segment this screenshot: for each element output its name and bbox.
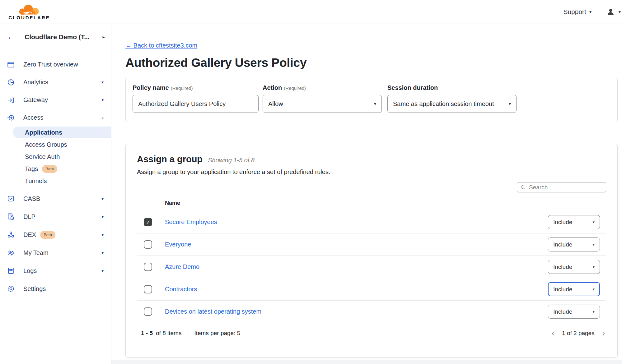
support-label: Support (563, 8, 586, 16)
sidebar-nav-lower: CASB▾DLP▾DEXBeta▾My Team▾Logs▾Settings (0, 190, 111, 298)
sidebar-nav-top: Zero Trust overviewAnalytics▾Gateway▾Acc… (0, 50, 111, 127)
sidebar-item-gateway[interactable]: Gateway▾ (0, 91, 111, 109)
row-checkbox[interactable] (144, 240, 152, 249)
user-icon (606, 8, 615, 16)
page-bottom-strip (111, 360, 622, 364)
cloudflare-logo[interactable]: CLOUDFLARE (5, 3, 53, 20)
sidebar-item-service-auth[interactable]: Service Auth (0, 151, 111, 163)
logs-icon (7, 267, 15, 275)
chevron-down-icon: ▾ (101, 214, 104, 219)
row-checkbox[interactable] (144, 218, 152, 226)
sidebar-item-casb[interactable]: CASB▾ (0, 190, 111, 208)
assign-group-subtitle: Assign a group to your application to en… (137, 168, 606, 176)
my-team-icon (7, 249, 15, 257)
page-title: Authorized Gallery Users Policy (125, 56, 622, 70)
table-row: ContractorsInclude▾ (137, 278, 606, 301)
table-pagination: 1 - 5 of 8 items Items per page: 5 ‹ 1 o… (137, 323, 606, 343)
chevron-down-icon: ▾ (101, 269, 104, 273)
include-select[interactable]: Include▾ (548, 215, 600, 229)
chevron-down-icon: ▾ (592, 265, 595, 269)
chevron-down-icon: ▾ (592, 309, 595, 314)
policy-name-input[interactable] (133, 95, 259, 113)
session-duration-label: Session duration (387, 84, 517, 91)
row-checkbox[interactable] (144, 307, 152, 316)
account-switcher[interactable]: ← Cloudflare Demo (T... ▸ (0, 24, 111, 50)
chevron-down-icon: ▾ (592, 242, 595, 247)
policy-name-label: Policy name(Required) (133, 84, 259, 91)
row-checkbox[interactable] (144, 263, 152, 271)
group-name-link[interactable]: Devices on latest operating system (165, 308, 548, 315)
chevron-down-icon: ▾ (101, 98, 104, 102)
sidebar-item-dlp[interactable]: DLP▾ (0, 208, 111, 226)
casb-icon (7, 195, 15, 203)
chevron-right-icon[interactable]: ▸ (102, 34, 105, 40)
session-duration-select[interactable]: Same as application session timeout ▾ (387, 95, 517, 113)
chevron-down-icon: ▾ (101, 251, 104, 255)
include-select[interactable]: Include▾ (548, 282, 600, 296)
access-icon (7, 114, 15, 122)
page-info: 1 of 2 pages (562, 330, 595, 337)
group-name-link[interactable]: Contractors (165, 286, 548, 293)
sidebar-item-tags[interactable]: TagsBeta (0, 163, 111, 175)
divider (188, 329, 188, 338)
gateway-icon (7, 96, 15, 104)
sidebar-item-applications[interactable]: Applications (13, 127, 111, 138)
prev-page-button[interactable]: ‹ (552, 329, 554, 338)
sidebar-item-access[interactable]: Access▴ (0, 109, 111, 127)
include-select[interactable]: Include▾ (548, 237, 600, 251)
back-arrow-icon[interactable]: ← (7, 33, 15, 41)
next-page-button[interactable]: › (602, 329, 605, 338)
sidebar-item-settings[interactable]: Settings (0, 280, 111, 298)
table-row: Devices on latest operating systemInclud… (137, 301, 606, 323)
user-menu[interactable]: ▾ (606, 8, 621, 16)
settings-icon (7, 285, 15, 293)
sidebar-access-subnav: ApplicationsAccess GroupsService AuthTag… (0, 127, 111, 188)
cloudflare-cloud-icon (16, 3, 43, 16)
sidebar-item-zero-trust-overview[interactable]: Zero Trust overview (0, 56, 111, 73)
support-menu[interactable]: Support ▾ (563, 8, 592, 16)
chevron-down-icon: ▾ (619, 9, 621, 14)
sidebar-item-my-team[interactable]: My Team▾ (0, 244, 111, 262)
sidebar-item-access-groups[interactable]: Access Groups (0, 139, 111, 151)
group-search (517, 182, 606, 192)
assign-group-card: Assign a group Showing 1-5 of 8 Assign a… (125, 144, 618, 357)
item-total: of 8 items (156, 330, 181, 337)
chevron-down-icon: ▾ (592, 287, 595, 292)
showing-count: Showing 1-5 of 8 (208, 157, 255, 164)
account-title: Cloudflare Demo (T... (25, 33, 102, 41)
back-link[interactable]: ← Back to cftestsite3.com (125, 42, 197, 49)
table-row: Secure EmployeesInclude▾ (137, 211, 606, 233)
chevron-down-icon: ▾ (589, 9, 592, 14)
group-name-link[interactable]: Azure Demo (165, 263, 548, 270)
search-input[interactable] (528, 184, 603, 191)
action-label: Action(Required) (263, 84, 382, 91)
action-select[interactable]: Allow ▾ (263, 95, 382, 113)
group-name-link[interactable]: Secure Employees (165, 219, 548, 226)
sidebar-item-dex[interactable]: DEXBeta▾ (0, 226, 111, 244)
sidebar: ← Cloudflare Demo (T... ▸ Zero Trust ove… (0, 24, 111, 364)
beta-badge: Beta (40, 231, 55, 239)
name-column-header: Name (137, 200, 606, 211)
chevron-up-icon: ▴ (101, 115, 104, 120)
chevron-down-icon: ▾ (374, 101, 376, 106)
groups-table: Name Secure EmployeesInclude▾EveryoneInc… (137, 200, 606, 343)
sidebar-item-logs[interactable]: Logs▾ (0, 262, 111, 280)
sidebar-item-tunnels[interactable]: Tunnels (0, 175, 111, 187)
main-content: ← Back to cftestsite3.com Authorized Gal… (111, 24, 622, 364)
dlp-icon (7, 213, 15, 221)
row-checkbox[interactable] (144, 285, 152, 293)
include-select[interactable]: Include▾ (548, 260, 600, 274)
policy-form-card: Policy name(Required) Action(Required) A… (125, 78, 618, 122)
item-range: 1 - 5 (141, 330, 153, 337)
sidebar-item-analytics[interactable]: Analytics▾ (0, 73, 111, 91)
dex-icon (7, 231, 15, 239)
include-select[interactable]: Include▾ (548, 305, 600, 319)
chevron-down-icon: ▾ (592, 220, 595, 224)
analytics-icon (7, 78, 15, 86)
items-per-page: Items per page: 5 (194, 330, 240, 337)
assign-group-heading: Assign a group (137, 154, 203, 164)
top-bar: CLOUDFLARE Support ▾ ▾ (0, 0, 622, 24)
chevron-down-icon: ▾ (101, 80, 104, 85)
group-name-link[interactable]: Everyone (165, 241, 548, 248)
chevron-down-icon: ▾ (101, 196, 104, 201)
